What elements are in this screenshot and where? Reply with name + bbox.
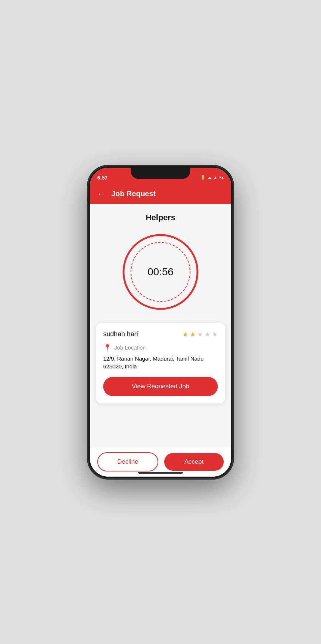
notch bbox=[131, 168, 190, 179]
timer-container: 00:56 bbox=[120, 231, 201, 313]
star-5: ★ bbox=[212, 330, 218, 338]
screen-wrapper: 6:57 🔋 ☁ ▲ ▾▴ ← Job Request Helpers bbox=[90, 168, 231, 477]
battery-icon: 🔋 bbox=[200, 175, 206, 180]
main-content: Helpers 00:56 bbox=[90, 204, 231, 447]
wifi-icon: ▾▴ bbox=[219, 175, 224, 180]
star-rating: ★ ★ ★ ★ ★ bbox=[182, 330, 218, 338]
phone-screen: 6:57 🔋 ☁ ▲ ▾▴ ← Job Request Helpers bbox=[90, 168, 231, 477]
view-requested-job-button[interactable]: View Requested Job bbox=[103, 377, 218, 396]
page-title: Job Request bbox=[111, 190, 156, 198]
star-1: ★ bbox=[182, 330, 188, 338]
location-label: Job Location bbox=[114, 344, 146, 351]
cloud-icon: ☁ bbox=[207, 175, 212, 180]
section-title: Helpers bbox=[146, 213, 176, 222]
card-header: sudhan hari ★ ★ ★ ★ ★ bbox=[103, 330, 218, 338]
helper-name: sudhan hari bbox=[103, 330, 138, 338]
status-time: 6:57 bbox=[97, 175, 108, 181]
accept-button[interactable]: Accept bbox=[164, 453, 224, 471]
status-icons: 🔋 ☁ ▲ ▾▴ bbox=[200, 175, 224, 180]
location-address: 12/9, Ranan Nagar, Madurai, Tamil Nadu 6… bbox=[103, 355, 218, 370]
signal-icon: ▲ bbox=[213, 176, 217, 180]
app-header: ← Job Request bbox=[90, 184, 231, 204]
star-3: ★ bbox=[197, 330, 203, 338]
star-2: ★ bbox=[190, 330, 196, 338]
phone-frame: 6:57 🔋 ☁ ▲ ▾▴ ← Job Request Helpers bbox=[88, 166, 233, 478]
back-button[interactable]: ← bbox=[97, 189, 105, 199]
location-pin-icon: 📍 bbox=[103, 344, 111, 352]
job-card: sudhan hari ★ ★ ★ ★ ★ 📍 Job Locati bbox=[96, 323, 225, 403]
content-area: Helpers 00:56 bbox=[90, 204, 231, 477]
decline-button[interactable]: Decline bbox=[97, 452, 158, 471]
star-4: ★ bbox=[205, 330, 210, 338]
timer-display: 00:56 bbox=[148, 266, 173, 278]
home-indicator bbox=[138, 472, 183, 474]
location-row: 📍 Job Location bbox=[103, 344, 218, 352]
